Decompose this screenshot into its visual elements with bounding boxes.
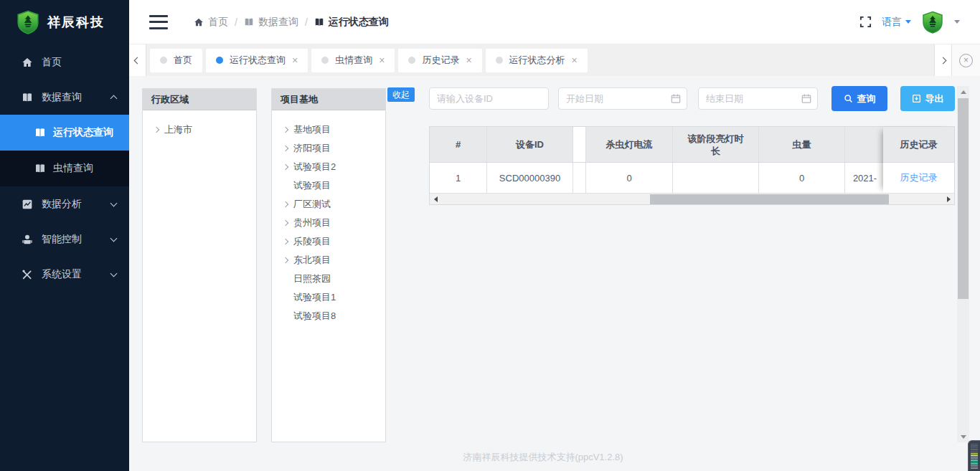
book-icon xyxy=(314,17,324,27)
fixed-history-column: 历史记录 历史记录 xyxy=(883,127,954,193)
tree-item[interactable]: 试验项目1 xyxy=(283,288,385,307)
tab-home[interactable]: 首页 xyxy=(150,49,202,72)
tree-item-shanghai[interactable]: 上海市 xyxy=(154,120,256,139)
chevron-right-icon xyxy=(283,201,288,207)
project-panel: 项目基地 基地项目 济阳项目 试验项目2 试验项目 厂区测试 贵州项目 乐陵项目… xyxy=(271,88,386,442)
tab-history[interactable]: 历史记录 × xyxy=(398,49,481,72)
tree-item[interactable]: 试验项目8 xyxy=(283,307,385,325)
end-date-field xyxy=(698,87,818,110)
scroll-down-arrow-icon[interactable] xyxy=(957,431,969,442)
tab-close-icon[interactable]: × xyxy=(292,55,298,65)
export-button[interactable]: 导出 xyxy=(900,86,955,111)
tree-item[interactable]: 试验项目 xyxy=(283,176,385,195)
region-tree: 上海市 xyxy=(143,110,256,139)
breadcrumb-separator: / xyxy=(235,16,237,28)
tab-dot-icon xyxy=(496,57,503,64)
tab-run-status-query[interactable]: 运行状态查询 × xyxy=(206,49,308,72)
caret-down-icon xyxy=(905,20,911,24)
tree-item[interactable]: 日照茶园 xyxy=(283,270,385,288)
tab-run-status-analysis[interactable]: 运行状态分析 × xyxy=(486,49,588,72)
hamburger-menu-icon[interactable] xyxy=(149,15,168,29)
tabs-scroll-left-button[interactable] xyxy=(129,44,146,76)
sidebar: 祥辰科技 首页 数据查询 运行 xyxy=(0,0,129,471)
chevron-down-icon xyxy=(110,270,118,277)
tree-item[interactable]: 试验项目2 xyxy=(283,158,385,176)
scroll-right-arrow-icon[interactable] xyxy=(943,194,954,205)
scroll-up-arrow-icon[interactable] xyxy=(957,86,969,97)
tab-dot-icon xyxy=(408,57,415,64)
tab-close-icon[interactable]: × xyxy=(572,55,578,65)
sidebar-item-insect-query[interactable]: 虫情查询 xyxy=(0,151,129,186)
topbar: 首页 / 数据查询 / 运行状态查询 语言 xyxy=(129,0,980,44)
tab-close-icon[interactable]: × xyxy=(379,55,385,65)
scroll-left-arrow-icon[interactable] xyxy=(430,194,441,205)
start-date-input[interactable] xyxy=(558,87,687,110)
tab-dot-icon xyxy=(160,57,167,64)
chevron-right-icon xyxy=(283,146,288,151)
tree-item[interactable]: 基地项目 xyxy=(283,120,385,139)
history-record-link[interactable]: 历史记录 xyxy=(900,171,938,184)
calendar-icon xyxy=(671,93,681,104)
sidebar-item-label: 首页 xyxy=(42,56,116,69)
breadcrumb-separator: / xyxy=(305,16,308,28)
tree-item[interactable]: 乐陵项目 xyxy=(283,232,385,251)
avatar[interactable] xyxy=(921,11,944,34)
sidebar-item-home[interactable]: 首页 xyxy=(0,44,129,80)
results-table: # 设备ID 杀虫灯电流 该阶段亮灯时长 虫量 1 SCD00000390 0 … xyxy=(429,126,955,205)
sidebar-item-smart-control[interactable]: 智能控制 xyxy=(0,222,129,257)
language-switcher[interactable]: 语言 xyxy=(882,16,911,29)
tree-item[interactable]: 东北项目 xyxy=(283,251,385,270)
end-date-input[interactable] xyxy=(698,87,818,110)
tabs-scroll-right-button[interactable] xyxy=(934,44,951,76)
tab-dot-icon xyxy=(216,57,223,64)
book-icon xyxy=(34,163,46,174)
table-horizontal-scrollbar[interactable] xyxy=(430,193,954,204)
topbar-right: 语言 xyxy=(859,11,960,34)
tab-close-icon[interactable]: × xyxy=(466,55,471,65)
breadcrumb-home[interactable]: 首页 xyxy=(194,16,228,29)
column-header-date-partial xyxy=(845,127,885,162)
sidebar-item-run-status-query[interactable]: 运行状态查询 xyxy=(0,115,129,151)
footer-text: 济南祥辰科技提供技术支持(ppcV1.2.8) xyxy=(129,451,957,464)
content-vertical-scrollbar[interactable] xyxy=(957,86,969,442)
search-icon xyxy=(844,94,853,103)
tab-insect-query[interactable]: 虫情查询 × xyxy=(311,49,395,72)
sidebar-item-system-settings[interactable]: 系统设置 xyxy=(0,257,129,292)
fullscreen-icon[interactable] xyxy=(859,16,872,28)
caret-down-icon[interactable] xyxy=(954,20,960,24)
table-row[interactable]: 1 SCD00000390 0 0 2021- xyxy=(430,163,954,193)
app-window: 祥辰科技 首页 数据查询 运行 xyxy=(0,0,980,471)
brand-logo-shield-icon xyxy=(16,10,40,34)
cell-device-id: SCD00000390 xyxy=(487,163,573,193)
level-meter-widget xyxy=(968,440,980,471)
brand-name: 祥辰科技 xyxy=(47,14,105,31)
close-all-tabs-icon[interactable]: × xyxy=(959,54,973,67)
cell-index: 1 xyxy=(430,163,487,193)
horizontal-scrollbar-thumb[interactable] xyxy=(650,194,889,204)
device-id-input[interactable] xyxy=(429,87,549,110)
start-date-field xyxy=(558,87,687,110)
meter-teal-band xyxy=(971,458,978,469)
project-panel-title: 项目基地 xyxy=(272,89,385,110)
sidebar-item-data-query[interactable]: 数据查询 xyxy=(0,80,129,115)
tree-item[interactable]: 济阳项目 xyxy=(283,139,385,158)
tree-item[interactable]: 厂区测试 xyxy=(283,195,385,214)
vertical-scrollbar-thumb[interactable] xyxy=(958,98,969,299)
query-button[interactable]: 查询 xyxy=(831,86,887,111)
tree-item[interactable]: 贵州项目 xyxy=(283,214,385,232)
chevron-left-icon xyxy=(134,57,141,64)
column-header-partial xyxy=(573,127,586,162)
chevron-down-icon xyxy=(110,234,118,242)
project-tree: 基地项目 济阳项目 试验项目2 试验项目 厂区测试 贵州项目 乐陵项目 东北项目… xyxy=(272,110,385,325)
book-icon xyxy=(22,92,33,103)
cell-current: 0 xyxy=(586,163,673,193)
collapse-panels-button[interactable]: 收起 xyxy=(387,87,415,102)
sidebar-item-label: 数据分析 xyxy=(42,198,103,211)
book-icon xyxy=(244,17,254,27)
tabbar: 首页 运行状态查询 × 虫情查询 × 历史记录 × xyxy=(129,44,980,76)
chevron-right-icon xyxy=(283,164,288,170)
sidebar-item-data-analysis[interactable]: 数据分析 xyxy=(0,186,129,222)
breadcrumb-data-query[interactable]: 数据查询 xyxy=(244,16,298,29)
content-area: 行政区域 上海市 项目基地 基地项目 济阳项目 试验项目2 试验项目 厂区测试 xyxy=(129,76,980,471)
breadcrumb-current: 运行状态查询 xyxy=(314,16,389,29)
